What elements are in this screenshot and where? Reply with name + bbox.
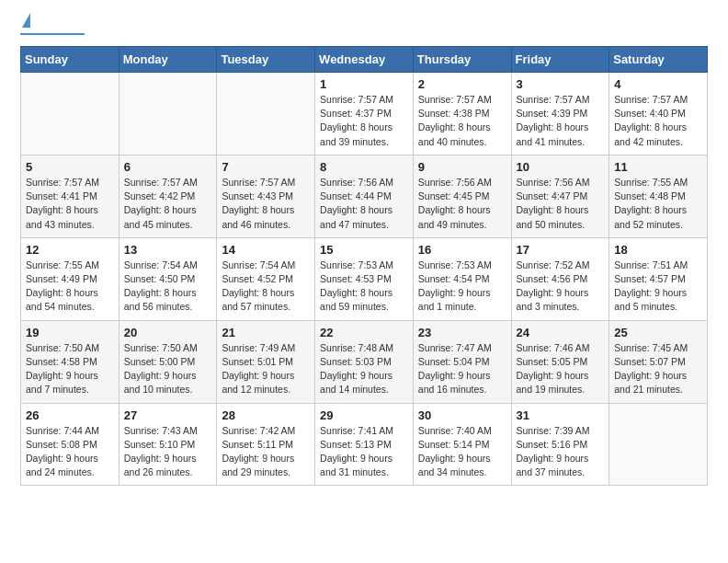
day-number: 9 [418, 160, 506, 174]
calendar-table: SundayMondayTuesdayWednesdayThursdayFrid… [20, 46, 708, 486]
day-info: Sunrise: 7:53 AMSunset: 4:53 PMDaylight:… [320, 259, 408, 315]
day-number: 12 [26, 243, 114, 257]
calendar-cell: 20Sunrise: 7:50 AMSunset: 5:00 PMDayligh… [119, 320, 217, 403]
day-number: 23 [418, 326, 506, 339]
day-info: Sunrise: 7:57 AMSunset: 4:41 PMDaylight:… [26, 176, 114, 232]
day-info: Sunrise: 7:57 AMSunset: 4:40 PMDaylight:… [614, 93, 702, 149]
calendar-week-2: 5Sunrise: 7:57 AMSunset: 4:41 PMDaylight… [21, 155, 708, 237]
col-header-monday: Monday [119, 47, 217, 73]
calendar-week-4: 19Sunrise: 7:50 AMSunset: 4:58 PMDayligh… [21, 320, 708, 403]
day-number: 22 [320, 326, 408, 339]
day-info: Sunrise: 7:43 AMSunset: 5:10 PMDaylight:… [124, 424, 212, 480]
calendar-cell: 6Sunrise: 7:57 AMSunset: 4:42 PMDaylight… [119, 155, 217, 237]
day-number: 4 [614, 77, 702, 91]
day-info: Sunrise: 7:50 AMSunset: 4:58 PMDaylight:… [26, 341, 114, 397]
day-info: Sunrise: 7:57 AMSunset: 4:42 PMDaylight:… [124, 176, 212, 232]
calendar-cell: 23Sunrise: 7:47 AMSunset: 5:04 PMDayligh… [413, 320, 511, 403]
logo [20, 17, 85, 35]
calendar-cell: 8Sunrise: 7:56 AMSunset: 4:44 PMDaylight… [315, 155, 414, 237]
day-info: Sunrise: 7:46 AMSunset: 5:05 PMDaylight:… [517, 341, 605, 397]
col-header-sunday: Sunday [21, 47, 119, 73]
day-info: Sunrise: 7:56 AMSunset: 4:47 PMDaylight:… [517, 176, 605, 232]
day-info: Sunrise: 7:50 AMSunset: 5:00 PMDaylight:… [124, 341, 212, 397]
day-info: Sunrise: 7:54 AMSunset: 4:52 PMDaylight:… [222, 259, 310, 315]
header [20, 17, 708, 35]
calendar-cell: 27Sunrise: 7:43 AMSunset: 5:10 PMDayligh… [119, 403, 217, 486]
calendar-cell: 15Sunrise: 7:53 AMSunset: 4:53 PMDayligh… [315, 237, 414, 320]
calendar-cell: 9Sunrise: 7:56 AMSunset: 4:45 PMDaylight… [413, 155, 511, 237]
calendar-cell [217, 73, 315, 155]
day-number: 31 [517, 408, 605, 422]
day-info: Sunrise: 7:53 AMSunset: 4:54 PMDaylight:… [418, 259, 506, 315]
day-number: 15 [320, 243, 408, 257]
day-number: 10 [517, 160, 605, 174]
logo-triangle-icon [22, 13, 30, 28]
day-number: 1 [320, 77, 408, 91]
day-number: 13 [124, 243, 212, 257]
calendar-cell: 3Sunrise: 7:57 AMSunset: 4:39 PMDaylight… [511, 73, 609, 155]
calendar-cell: 26Sunrise: 7:44 AMSunset: 5:08 PMDayligh… [21, 403, 119, 486]
calendar-cell: 31Sunrise: 7:39 AMSunset: 5:16 PMDayligh… [511, 403, 609, 486]
day-number: 8 [320, 160, 408, 174]
day-number: 21 [222, 326, 310, 339]
col-header-thursday: Thursday [413, 47, 511, 73]
day-number: 2 [418, 77, 506, 91]
day-info: Sunrise: 7:42 AMSunset: 5:11 PMDaylight:… [222, 424, 310, 480]
day-info: Sunrise: 7:54 AMSunset: 4:50 PMDaylight:… [124, 259, 212, 315]
day-info: Sunrise: 7:57 AMSunset: 4:39 PMDaylight:… [517, 93, 605, 149]
calendar-cell: 24Sunrise: 7:46 AMSunset: 5:05 PMDayligh… [511, 320, 609, 403]
calendar-cell: 29Sunrise: 7:41 AMSunset: 5:13 PMDayligh… [315, 403, 414, 486]
day-number: 3 [517, 77, 605, 91]
day-info: Sunrise: 7:48 AMSunset: 5:03 PMDaylight:… [320, 341, 408, 397]
calendar-cell: 19Sunrise: 7:50 AMSunset: 4:58 PMDayligh… [21, 320, 119, 403]
calendar-cell: 5Sunrise: 7:57 AMSunset: 4:41 PMDaylight… [21, 155, 119, 237]
col-header-wednesday: Wednesday [315, 47, 414, 73]
page: SundayMondayTuesdayWednesdayThursdayFrid… [0, 0, 728, 502]
day-number: 18 [614, 243, 702, 257]
day-number: 28 [222, 408, 310, 422]
calendar-cell: 22Sunrise: 7:48 AMSunset: 5:03 PMDayligh… [315, 320, 414, 403]
col-header-saturday: Saturday [609, 47, 708, 73]
calendar-cell [119, 73, 217, 155]
day-number: 24 [517, 326, 605, 339]
calendar-cell: 1Sunrise: 7:57 AMSunset: 4:37 PMDaylight… [315, 73, 414, 155]
day-info: Sunrise: 7:56 AMSunset: 4:45 PMDaylight:… [418, 176, 506, 232]
calendar-cell: 10Sunrise: 7:56 AMSunset: 4:47 PMDayligh… [511, 155, 609, 237]
day-info: Sunrise: 7:55 AMSunset: 4:49 PMDaylight:… [26, 259, 114, 315]
calendar-cell: 16Sunrise: 7:53 AMSunset: 4:54 PMDayligh… [413, 237, 511, 320]
col-header-tuesday: Tuesday [217, 47, 315, 73]
calendar-cell: 25Sunrise: 7:45 AMSunset: 5:07 PMDayligh… [609, 320, 708, 403]
calendar-cell: 28Sunrise: 7:42 AMSunset: 5:11 PMDayligh… [217, 403, 315, 486]
calendar-cell: 18Sunrise: 7:51 AMSunset: 4:57 PMDayligh… [609, 237, 708, 320]
day-number: 29 [320, 408, 408, 422]
day-info: Sunrise: 7:39 AMSunset: 5:16 PMDaylight:… [517, 424, 605, 480]
day-info: Sunrise: 7:49 AMSunset: 5:01 PMDaylight:… [222, 341, 310, 397]
calendar-cell [21, 73, 119, 155]
calendar-cell: 11Sunrise: 7:55 AMSunset: 4:48 PMDayligh… [609, 155, 708, 237]
day-info: Sunrise: 7:57 AMSunset: 4:37 PMDaylight:… [320, 93, 408, 149]
calendar-cell: 2Sunrise: 7:57 AMSunset: 4:38 PMDaylight… [413, 73, 511, 155]
day-info: Sunrise: 7:57 AMSunset: 4:43 PMDaylight:… [222, 176, 310, 232]
day-info: Sunrise: 7:56 AMSunset: 4:44 PMDaylight:… [320, 176, 408, 232]
logo-underline [20, 33, 85, 35]
calendar-cell: 21Sunrise: 7:49 AMSunset: 5:01 PMDayligh… [217, 320, 315, 403]
calendar-week-3: 12Sunrise: 7:55 AMSunset: 4:49 PMDayligh… [21, 237, 708, 320]
day-info: Sunrise: 7:52 AMSunset: 4:56 PMDaylight:… [517, 259, 605, 315]
day-number: 16 [418, 243, 506, 257]
calendar-cell [609, 403, 708, 486]
day-number: 5 [26, 160, 114, 174]
calendar-cell: 13Sunrise: 7:54 AMSunset: 4:50 PMDayligh… [119, 237, 217, 320]
day-number: 26 [26, 408, 114, 422]
day-info: Sunrise: 7:41 AMSunset: 5:13 PMDaylight:… [320, 424, 408, 480]
day-number: 20 [124, 326, 212, 339]
calendar-week-1: 1Sunrise: 7:57 AMSunset: 4:37 PMDaylight… [21, 73, 708, 155]
day-info: Sunrise: 7:57 AMSunset: 4:38 PMDaylight:… [418, 93, 506, 149]
calendar-cell: 17Sunrise: 7:52 AMSunset: 4:56 PMDayligh… [511, 237, 609, 320]
day-number: 25 [614, 326, 702, 339]
day-number: 7 [222, 160, 310, 174]
day-info: Sunrise: 7:40 AMSunset: 5:14 PMDaylight:… [418, 424, 506, 480]
day-info: Sunrise: 7:44 AMSunset: 5:08 PMDaylight:… [26, 424, 114, 480]
day-number: 17 [517, 243, 605, 257]
calendar-week-5: 26Sunrise: 7:44 AMSunset: 5:08 PMDayligh… [21, 403, 708, 486]
calendar-header-row: SundayMondayTuesdayWednesdayThursdayFrid… [21, 47, 708, 73]
